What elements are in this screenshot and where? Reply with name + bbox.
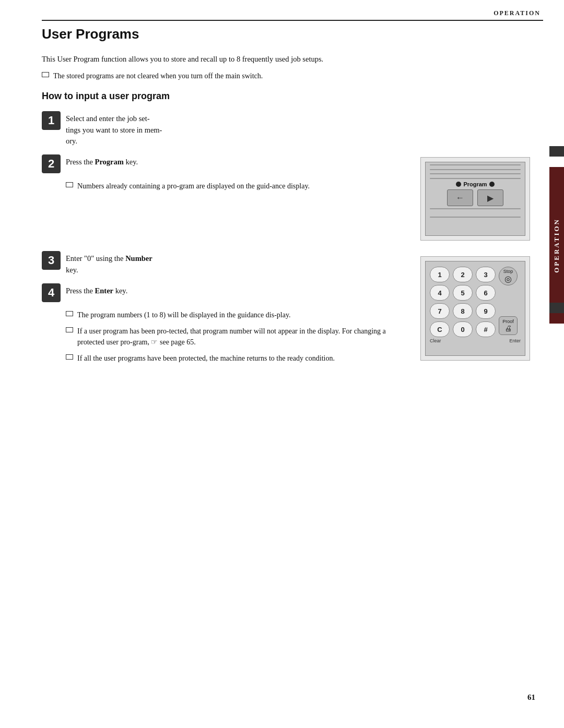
intro-text: This User Program function allows you to… bbox=[42, 54, 535, 65]
note-text-1: The stored programs are not cleared when… bbox=[53, 70, 263, 81]
line-1 bbox=[430, 164, 521, 165]
section-heading: How to input a user program bbox=[42, 91, 535, 102]
step-4-notes: The program numbers (1 to 8) will be dis… bbox=[66, 309, 410, 364]
panel-display-lines bbox=[430, 164, 521, 179]
stop-label: Stop bbox=[503, 269, 513, 274]
panel-btn-arrow: ← bbox=[447, 189, 473, 206]
step-4-row: 4 Press the Enter key. bbox=[42, 283, 410, 302]
step-4-note-1: The program numbers (1 to 8) will be dis… bbox=[66, 309, 410, 320]
key-3: 3 bbox=[476, 267, 496, 282]
note-item-1: The stored programs are not cleared when… bbox=[42, 70, 535, 81]
step-2-note-bullet bbox=[66, 182, 73, 187]
key-stop: Stop ◎ bbox=[499, 267, 518, 285]
step-3-badge: 3 bbox=[42, 251, 61, 270]
step-4-note-2: If a user program has been pro-tected, t… bbox=[66, 326, 410, 348]
key-row-3: 7 8 9 bbox=[430, 303, 496, 319]
step-1-row: 1 Select and enter the job set-tings you… bbox=[42, 111, 535, 147]
page-number: 61 bbox=[527, 693, 535, 702]
key-row-1: 1 2 3 bbox=[430, 267, 496, 282]
key-2: 2 bbox=[453, 267, 473, 282]
panel-2-image: 1 2 3 4 5 6 7 bbox=[420, 251, 535, 368]
proof-label: Proof bbox=[502, 319, 514, 324]
step-2-text: Press the Program key. bbox=[66, 154, 138, 168]
line-b2 bbox=[430, 217, 521, 218]
enter-label: Enter bbox=[509, 338, 521, 343]
step-2-badge: 2 bbox=[42, 154, 61, 173]
clear-label: Clear bbox=[430, 338, 441, 343]
step-3-row: 3 Enter "0" using the Numberkey. bbox=[42, 251, 410, 276]
stop-icon: ◎ bbox=[504, 274, 512, 284]
panel-bottom-lines bbox=[430, 208, 521, 218]
key-0: 0 bbox=[453, 321, 473, 337]
keypad-main: 1 2 3 4 5 6 7 bbox=[426, 261, 525, 337]
key-5: 5 bbox=[453, 285, 473, 301]
step-4-note-2-text: If a user program has been pro-tected, t… bbox=[77, 326, 410, 348]
steps-lower-area: 3 Enter "0" using the Numberkey. 4 Press… bbox=[42, 251, 535, 368]
step-2-area: 2 Press the Program key. Numbers already… bbox=[42, 154, 535, 241]
panel-1-image: Program ← ▶ bbox=[420, 154, 535, 241]
step-2-left: 2 Press the Program key. Numbers already… bbox=[42, 154, 410, 241]
side-tab: OPERATION bbox=[549, 167, 564, 324]
program-label-row: Program bbox=[430, 181, 521, 187]
step-4-text: Press the Enter key. bbox=[66, 283, 127, 297]
prog-label-text: Program bbox=[463, 181, 487, 187]
key-row-4: C 0 # bbox=[430, 321, 496, 337]
header-label: OPERATION bbox=[494, 9, 540, 17]
side-tab-label: OPERATION bbox=[553, 218, 561, 273]
panel-btn-row: ← ▶ bbox=[430, 189, 521, 206]
line-4 bbox=[430, 178, 521, 179]
panel-bottom-labels: Clear Enter bbox=[426, 338, 525, 343]
step-4-note-1-bullet bbox=[66, 311, 73, 316]
line-3 bbox=[430, 173, 521, 174]
key-c: C bbox=[430, 321, 450, 337]
step-1-badge: 1 bbox=[42, 111, 61, 130]
key-7: 7 bbox=[430, 303, 450, 319]
key-9: 9 bbox=[476, 303, 496, 319]
spacer bbox=[499, 292, 518, 311]
side-tab-bottom-stripe bbox=[549, 303, 564, 313]
key-hash: # bbox=[476, 321, 496, 337]
proof-icon: 🖨 bbox=[504, 324, 512, 332]
step-3-text: Enter "0" using the Numberkey. bbox=[66, 251, 152, 276]
step-4-note-3: If all the user programs have been prote… bbox=[66, 353, 410, 364]
step-4-badge: 4 bbox=[42, 283, 61, 302]
line-2 bbox=[430, 169, 521, 170]
key-8: 8 bbox=[453, 303, 473, 319]
key-row-2: 4 5 6 bbox=[430, 285, 496, 301]
step-2-note-text: Numbers already containing a pro-gram ar… bbox=[77, 181, 310, 192]
step-4-note-1-text: The program numbers (1 to 8) will be dis… bbox=[77, 309, 291, 320]
key-1: 1 bbox=[430, 267, 450, 282]
step-2-row: 2 Press the Program key. bbox=[42, 154, 410, 173]
copier-panel-2: 1 2 3 4 5 6 7 bbox=[420, 256, 530, 361]
note-bullet-1 bbox=[42, 72, 49, 77]
key-4: 4 bbox=[430, 285, 450, 301]
line-b1 bbox=[430, 208, 521, 209]
main-content: User Programs This User Program function… bbox=[42, 26, 535, 373]
step-4-note-2-bullet bbox=[66, 327, 73, 332]
key-proof: Proof 🖨 bbox=[499, 316, 518, 335]
copier-panel-1: Program ← ▶ bbox=[420, 157, 530, 241]
prog-dot-left bbox=[456, 182, 461, 187]
panel-btn-pipe: ▶ bbox=[477, 189, 503, 206]
step-1-text: Select and enter the job set-tings you w… bbox=[66, 111, 162, 147]
prog-dot-right bbox=[489, 182, 495, 187]
num-keys: 1 2 3 4 5 6 7 bbox=[430, 267, 496, 337]
page-title: User Programs bbox=[42, 26, 535, 42]
header-divider bbox=[42, 20, 543, 21]
step-2-note: Numbers already containing a pro-gram ar… bbox=[66, 181, 410, 192]
special-keys: Stop ◎ Proof 🖨 bbox=[499, 267, 518, 337]
step-4-note-3-text: If all the user programs have been prote… bbox=[77, 353, 335, 364]
step-4-note-3-bullet bbox=[66, 354, 73, 360]
steps-lower-left: 3 Enter "0" using the Numberkey. 4 Press… bbox=[42, 251, 410, 368]
key-6: 6 bbox=[476, 285, 496, 301]
panel-inner-1: Program ← ▶ bbox=[425, 162, 525, 236]
side-tab-top-stripe bbox=[549, 146, 564, 157]
panel-inner-2: 1 2 3 4 5 6 7 bbox=[425, 261, 525, 356]
